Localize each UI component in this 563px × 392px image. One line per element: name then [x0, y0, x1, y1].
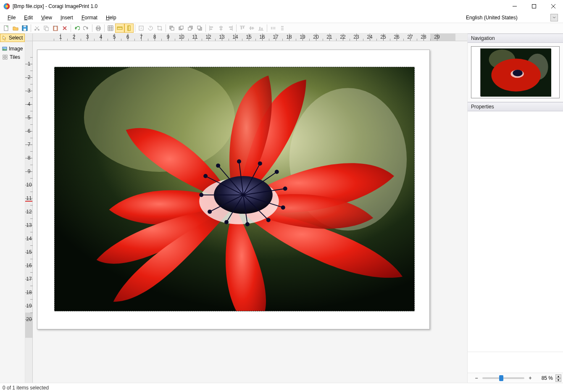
svg-rect-61 — [3, 58, 5, 59]
menu-format[interactable]: Format — [77, 13, 102, 22]
svg-rect-31 — [188, 27, 191, 30]
navigation-thumbnail[interactable] — [471, 46, 560, 98]
toolbar — [0, 23, 563, 34]
undo-button[interactable] — [72, 24, 82, 33]
svg-rect-52 — [271, 27, 272, 29]
svg-rect-9 — [24, 26, 26, 27]
redo-button[interactable] — [82, 24, 91, 33]
menu-help[interactable]: Help — [102, 13, 121, 22]
cursor-icon — [2, 35, 7, 41]
align-bottom-button[interactable] — [256, 24, 266, 33]
chevron-down-icon[interactable] — [550, 14, 558, 21]
svg-rect-55 — [281, 26, 284, 27]
svg-point-75 — [258, 162, 262, 165]
grid-button[interactable] — [106, 24, 115, 33]
svg-rect-60 — [5, 55, 7, 57]
maximize-button[interactable] — [524, 0, 544, 12]
svg-rect-51 — [261, 28, 263, 30]
svg-rect-33 — [197, 26, 200, 29]
snap-button[interactable] — [137, 24, 146, 33]
svg-point-85 — [246, 223, 249, 226]
svg-rect-36 — [210, 29, 212, 30]
svg-rect-20 — [97, 26, 100, 28]
align-left-button[interactable] — [207, 24, 216, 33]
language-selected: English (United States) — [464, 13, 550, 22]
delete-button[interactable] — [60, 24, 69, 33]
vruler-toggle-button[interactable] — [124, 24, 134, 33]
properties-panel-header[interactable]: Properties — [468, 102, 563, 111]
tool-image[interactable]: Image — [0, 45, 25, 53]
menubar: File Edit View Insert Format Help Englis… — [0, 13, 563, 23]
right-panels: Navigation Properties — [467, 34, 563, 383]
app-icon — [3, 3, 10, 10]
tool-select[interactable]: Select — [0, 34, 25, 42]
properties-panel — [468, 111, 563, 352]
tiles-icon — [2, 54, 8, 60]
statusbar: 0 of 1 items selected — [0, 383, 563, 392]
align-center-v-button[interactable] — [247, 24, 256, 33]
bring-front-button[interactable] — [167, 24, 176, 33]
image-object[interactable] — [54, 67, 415, 311]
svg-rect-62 — [5, 58, 7, 59]
close-button[interactable] — [544, 0, 563, 12]
svg-rect-29 — [180, 26, 183, 29]
vertical-ruler[interactable]: 1234567891011121314151617181920 — [25, 41, 33, 383]
zoom-slider[interactable] — [482, 377, 524, 379]
svg-point-77 — [275, 170, 279, 174]
bottom-right-panel — [468, 352, 563, 373]
zoom-spinner[interactable]: ▲▼ — [555, 374, 561, 382]
crop-button[interactable] — [155, 24, 164, 33]
align-center-h-button[interactable] — [216, 24, 226, 33]
save-button[interactable] — [20, 24, 29, 33]
svg-point-97 — [513, 70, 523, 76]
page-viewport[interactable] — [33, 41, 467, 383]
menu-file[interactable]: File — [3, 13, 20, 22]
print-button[interactable] — [94, 24, 103, 33]
svg-rect-54 — [274, 27, 275, 29]
paste-button[interactable] — [51, 24, 60, 33]
navigation-panel-header[interactable]: Navigation — [468, 34, 563, 43]
menu-edit[interactable]: Edit — [20, 13, 37, 22]
svg-point-73 — [237, 160, 241, 163]
hruler-toggle-button[interactable] — [115, 24, 124, 33]
svg-point-71 — [216, 164, 220, 167]
svg-point-89 — [208, 210, 211, 213]
distribute-v-button[interactable] — [278, 24, 287, 33]
cut-button[interactable] — [32, 24, 42, 33]
copy-button[interactable] — [42, 24, 51, 33]
svg-rect-44 — [241, 26, 242, 29]
distribute-h-button[interactable] — [268, 24, 278, 33]
open-button[interactable] — [11, 24, 20, 33]
svg-point-25 — [141, 28, 142, 29]
horizontal-ruler[interactable]: 1234567891011121314151617181920212223242… — [33, 34, 467, 41]
ruler-corner — [25, 34, 33, 41]
align-right-button[interactable] — [226, 24, 235, 33]
menu-insert[interactable]: Insert — [56, 13, 77, 22]
svg-rect-50 — [259, 27, 260, 30]
tool-tiles[interactable]: Tiles — [0, 53, 25, 61]
svg-rect-45 — [243, 26, 244, 29]
svg-rect-59 — [3, 55, 5, 57]
page[interactable] — [37, 50, 430, 329]
svg-rect-27 — [171, 27, 174, 30]
menu-view[interactable]: View — [37, 13, 56, 22]
svg-rect-38 — [219, 26, 223, 28]
svg-rect-39 — [220, 29, 222, 30]
zoom-in-button[interactable]: + — [527, 375, 534, 381]
tool-tiles-label: Tiles — [10, 54, 20, 60]
zoom-bar: − + 85 % ▲▼ — [468, 373, 563, 383]
send-backward-button[interactable] — [186, 24, 195, 33]
navigation-panel — [468, 43, 563, 102]
svg-point-81 — [282, 206, 285, 209]
bring-forward-button[interactable] — [176, 24, 186, 33]
minimize-button[interactable] — [505, 0, 524, 12]
language-select[interactable]: English (United States) — [464, 13, 558, 22]
new-button[interactable] — [2, 24, 11, 33]
send-back-button[interactable] — [195, 24, 204, 33]
align-top-button[interactable] — [238, 24, 247, 33]
zoom-out-button[interactable]: − — [473, 375, 480, 381]
svg-rect-42 — [230, 29, 232, 30]
rotate-button[interactable] — [146, 24, 155, 33]
svg-rect-41 — [229, 26, 232, 28]
window-controls — [505, 0, 563, 12]
